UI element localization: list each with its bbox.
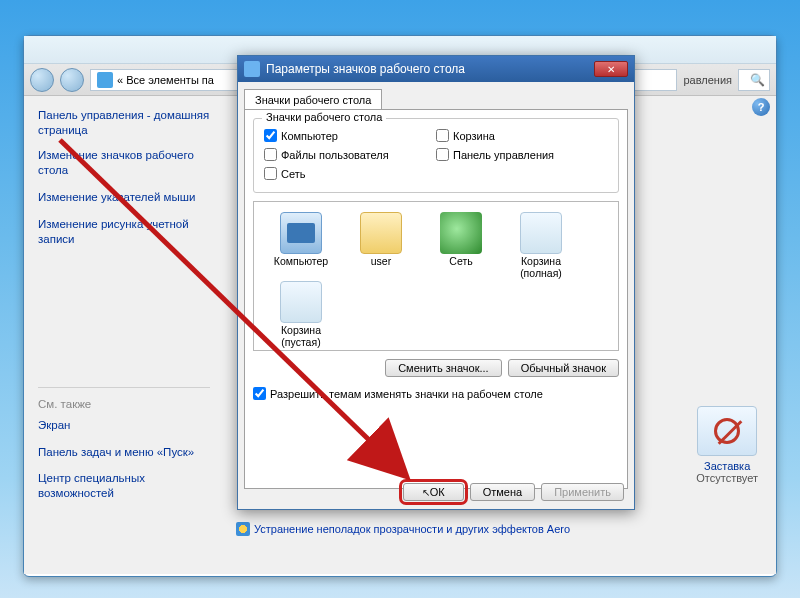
apply-button[interactable]: Применить	[541, 483, 624, 501]
icons-groupbox: Значки рабочего стола КомпьютерКорзинаФа…	[253, 118, 619, 193]
see-also-ease[interactable]: Центр специальных возможностей	[38, 471, 210, 501]
comp-icon	[280, 212, 322, 254]
checkbox-4[interactable]: Сеть	[264, 167, 436, 180]
search-icon: 🔍	[750, 73, 765, 87]
icon-label: user	[342, 256, 420, 268]
aero-link-text: Устранение неполадок прозрачности и друг…	[254, 523, 570, 535]
aero-troubleshoot-link[interactable]: Устранение неполадок прозрачности и друг…	[236, 522, 570, 536]
checkbox-input-4[interactable]	[264, 167, 277, 180]
screensaver-icon	[697, 406, 757, 456]
help-icon[interactable]: ?	[752, 98, 770, 116]
icon-item-4[interactable]: Корзина (пустая)	[262, 281, 340, 348]
icon-item-0[interactable]: Компьютер	[262, 212, 340, 279]
checkbox-input-1[interactable]	[436, 129, 449, 142]
see-also-header: См. также	[38, 398, 210, 410]
screensaver-label: Заставка	[696, 460, 758, 472]
checkbox-label: Сеть	[281, 168, 305, 180]
checkbox-input-0[interactable]	[264, 129, 277, 142]
nav-forward-button[interactable]	[60, 68, 84, 92]
sidebar: Панель управления - домашняя страница Из…	[24, 96, 224, 574]
dialog-icon	[244, 61, 260, 77]
sidebar-link-account-pic[interactable]: Изменение рисунка учетной записи	[38, 217, 210, 247]
net-icon	[440, 212, 482, 254]
icon-label: Корзина (пустая)	[262, 325, 340, 348]
change-icon-button[interactable]: Сменить значок...	[385, 359, 502, 377]
breadcrumb-text: Все элементы па	[126, 74, 214, 86]
icon-list[interactable]: КомпьютерuserСетьКорзина (полная)Корзина…	[253, 201, 619, 351]
checkbox-label: Компьютер	[281, 130, 338, 142]
shield-icon	[236, 522, 250, 536]
sidebar-link-icons[interactable]: Изменение значков рабочего стола	[38, 148, 210, 178]
dialog-title: Параметры значков рабочего стола	[266, 62, 465, 76]
tabstrip: Значки рабочего стола	[238, 82, 634, 109]
icon-item-2[interactable]: Сеть	[422, 212, 500, 279]
tab-panel: Значки рабочего стола КомпьютерКорзинаФа…	[244, 109, 628, 489]
control-panel-icon	[97, 72, 113, 88]
allow-themes-input[interactable]	[253, 387, 266, 400]
sidebar-link-pointers[interactable]: Изменение указателей мыши	[38, 190, 210, 205]
checkbox-label: Корзина	[453, 130, 495, 142]
dialog-titlebar[interactable]: Параметры значков рабочего стола ✕	[238, 56, 634, 82]
cursor-icon: ↖	[422, 487, 430, 498]
ok-button[interactable]: ↖ОК	[403, 483, 464, 501]
dialog-close-button[interactable]: ✕	[594, 61, 628, 77]
see-also-taskbar[interactable]: Панель задач и меню «Пуск»	[38, 445, 210, 460]
fold-icon	[360, 212, 402, 254]
breadcrumb-suffix: равления	[683, 74, 732, 86]
bin-icon	[520, 212, 562, 254]
screensaver-status: Отсутствует	[696, 472, 758, 484]
breadcrumb-prefix: «	[117, 74, 123, 86]
groupbox-title: Значки рабочего стола	[262, 111, 386, 123]
restore-default-button[interactable]: Обычный значок	[508, 359, 619, 377]
icon-label: Сеть	[422, 256, 500, 268]
nav-back-button[interactable]	[30, 68, 54, 92]
checkbox-input-2[interactable]	[264, 148, 277, 161]
see-also-display[interactable]: Экран	[38, 418, 210, 433]
icon-item-1[interactable]: user	[342, 212, 420, 279]
allow-themes-label: Разрешить темам изменять значки на рабоч…	[270, 388, 543, 400]
checkbox-label: Панель управления	[453, 149, 554, 161]
allow-themes-checkbox[interactable]: Разрешить темам изменять значки на рабоч…	[253, 387, 619, 400]
checkbox-0[interactable]: Компьютер	[264, 129, 436, 142]
screensaver-block[interactable]: Заставка Отсутствует	[696, 406, 758, 484]
icon-label: Компьютер	[262, 256, 340, 268]
tab-desktop-icons[interactable]: Значки рабочего стола	[244, 89, 382, 110]
bin-icon	[280, 281, 322, 323]
cancel-button[interactable]: Отмена	[470, 483, 535, 501]
checkbox-1[interactable]: Корзина	[436, 129, 608, 142]
icon-item-3[interactable]: Корзина (полная)	[502, 212, 580, 279]
desktop-icon-settings-dialog: Параметры значков рабочего стола ✕ Значк…	[237, 55, 635, 510]
sidebar-home[interactable]: Панель управления - домашняя страница	[38, 108, 210, 138]
search-input[interactable]: 🔍	[738, 69, 770, 91]
checkbox-label: Файлы пользователя	[281, 149, 389, 161]
checkbox-2[interactable]: Файлы пользователя	[264, 148, 436, 161]
checkbox-3[interactable]: Панель управления	[436, 148, 608, 161]
checkbox-input-3[interactable]	[436, 148, 449, 161]
ok-label: ОК	[430, 486, 445, 498]
icon-label: Корзина (полная)	[502, 256, 580, 279]
